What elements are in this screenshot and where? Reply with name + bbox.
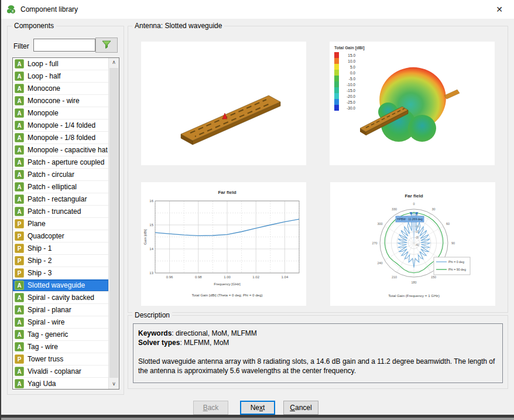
svg-text:-15.0: -15.0 (347, 88, 355, 93)
list-item-spiral-cavity-backed[interactable]: ASpiral - cavity backed (13, 292, 109, 304)
list-item-patch-circular[interactable]: APatch - circular (13, 169, 109, 181)
list-item-patch-elliptical[interactable]: APatch - elliptical (13, 181, 109, 193)
farfield-frequency-chart: 0.960.981.001.021.0413141516Far fieldFre… (141, 182, 306, 306)
next-button[interactable]: Next (240, 401, 275, 415)
svg-text:150: 150 (431, 275, 436, 279)
list-item-label: Monopole - 1/4 folded (28, 121, 95, 129)
filter-label: Filter (13, 42, 29, 50)
list-item-monopole-1-4-folded[interactable]: AMonopole - 1/4 folded (13, 119, 109, 132)
list-item-monopole[interactable]: AMonopole (13, 107, 109, 119)
list-item-slotted-waveguide[interactable]: ASlotted waveguide (13, 279, 109, 292)
scrollbar-thumb[interactable] (109, 68, 118, 378)
list-item-label: Spiral - cavity backed (28, 293, 94, 302)
description-groupbox: Description Keywords: directional, MoM, … (128, 315, 508, 389)
svg-text:210: 210 (392, 275, 397, 279)
list-scrollbar[interactable]: ∧ ∨ (108, 58, 119, 389)
description-groupbox-label: Description (132, 311, 172, 319)
component-library-dialog: c Component library ✕ Components Filter (1, 0, 514, 415)
list-item-monopole-1-8-folded[interactable]: AMonopole - 1/8 folded (13, 132, 109, 144)
list-item-vivaldi-coplanar[interactable]: AVivaldi - coplanar (13, 366, 109, 378)
platform-badge-icon: P (15, 219, 24, 228)
svg-text:c: c (12, 9, 14, 13)
list-item-label: Slotted waveguide (28, 281, 85, 289)
list-item-loop-half[interactable]: ALoop - half (13, 70, 109, 83)
preview-groupbox: Antenna: Slotted waveguide Total Gain [d… (128, 26, 508, 313)
antenna-badge-icon: A (15, 379, 24, 388)
window-title: Component library (20, 5, 78, 13)
list-item-ship-1[interactable]: PShip - 1 (13, 243, 109, 255)
svg-text:14: 14 (149, 247, 153, 251)
list-item-monocone-wire[interactable]: AMonocone - wire (13, 95, 109, 107)
scroll-down-icon[interactable]: ∨ (109, 380, 119, 389)
antenna-badge-icon: A (15, 71, 24, 81)
list-item-tag-wire[interactable]: ATag - wire (13, 341, 109, 353)
list-item-monopole-capacitive-hat[interactable]: AMonopole - capacitive hat (13, 144, 109, 156)
list-item-label: Loop - half (28, 72, 61, 80)
antenna-badge-icon: A (15, 145, 24, 155)
list-item-patch-rectangular[interactable]: APatch - rectangular (13, 193, 109, 206)
antenna-badge-icon: A (15, 342, 24, 351)
svg-text:Total Gain (Frequency = 1 GHz): Total Gain (Frequency = 1 GHz) (388, 293, 440, 298)
list-item-ship-2[interactable]: PShip - 2 (13, 255, 109, 267)
description-body: Slotted waveguide antenna array with 8 r… (138, 357, 498, 375)
component-list: ALoop - fullALoop - halfAMonoconeAMonoco… (12, 57, 119, 390)
svg-text:Far field: Far field (218, 190, 236, 195)
svg-text:90: 90 (451, 241, 455, 245)
svg-text:5.0: 5.0 (350, 65, 355, 69)
svg-text:-30.0: -30.0 (347, 106, 355, 110)
filter-input[interactable] (33, 39, 95, 52)
list-item-quadcopter[interactable]: PQuadcopter (13, 230, 109, 243)
list-item-loop-full[interactable]: ALoop - full (13, 58, 109, 70)
svg-text:-20.0: -20.0 (347, 94, 355, 98)
titlebar: c Component library ✕ (1, 0, 514, 19)
antenna-badge-icon: A (15, 133, 24, 142)
list-item-tower-truss[interactable]: PTower truss (13, 353, 109, 366)
svg-text:15.0: 15.0 (348, 53, 355, 57)
svg-text:1.02: 1.02 (252, 275, 259, 279)
list-item-label: Quadcopter (28, 232, 64, 240)
cadfeko-app-icon: c (6, 5, 16, 14)
list-item-ship-3[interactable]: PShip - 3 (13, 267, 109, 279)
list-item-plane[interactable]: PPlane (13, 218, 109, 230)
antenna-badge-icon: A (15, 121, 24, 130)
list-item-label: Tower truss (28, 355, 63, 363)
background-window-edge-bottom (0, 415, 514, 418)
list-item-spiral-planar[interactable]: ASpiral - planar (13, 304, 109, 316)
antenna-badge-icon: A (15, 84, 24, 93)
svg-text:15: 15 (149, 223, 153, 227)
list-item-label: Loop - full (28, 60, 59, 68)
close-icon[interactable]: ✕ (493, 4, 506, 15)
antenna-badge-icon: A (15, 330, 24, 339)
list-item-monocone[interactable]: AMonocone (13, 83, 109, 95)
description-text-box: Keywords: directional, MoM, MLFMM Solver… (133, 323, 503, 383)
platform-badge-icon: P (15, 268, 24, 278)
cancel-button[interactable]: Cancel (283, 401, 318, 415)
svg-text:Phi = 0 deg: Phi = 0 deg (448, 260, 464, 264)
svg-text:180: 180 (411, 281, 416, 284)
platform-badge-icon: P (15, 231, 24, 241)
list-item-label: Patch - aperture coupled (28, 158, 104, 166)
platform-badge-icon: P (15, 244, 24, 253)
list-item-label: Patch - circular (28, 170, 74, 179)
list-item-label: Spiral - planar (28, 306, 71, 314)
farfield-polar-chart: 0306090120150180210240270300330100-10-20… (330, 182, 495, 306)
svg-text:0: 0 (413, 202, 414, 206)
svg-text:1.04: 1.04 (282, 275, 289, 279)
back-button[interactable]: Back (193, 401, 228, 415)
list-item-patch-aperture-coupled[interactable]: APatch - aperture coupled (13, 156, 109, 169)
antenna-badge-icon: A (15, 317, 24, 327)
list-item-yagi-uda[interactable]: AYagi Uda (13, 378, 109, 390)
svg-text:Frequency [GHz]: Frequency [GHz] (214, 282, 241, 286)
filter-funnel-icon (101, 39, 112, 52)
list-item-label: Monopole - 1/8 folded (28, 134, 95, 142)
list-item-tag-generic[interactable]: ATag - generic (13, 329, 109, 341)
antenna-badge-icon: A (15, 305, 24, 315)
antenna-badge-icon: A (15, 281, 24, 290)
list-item-label: Ship - 3 (28, 269, 52, 277)
antenna-badge-icon: A (15, 170, 24, 179)
scroll-up-icon[interactable]: ∧ (109, 58, 119, 67)
list-item-patch-truncated[interactable]: APatch - truncated (13, 206, 109, 218)
antenna-badge-icon: A (15, 182, 24, 192)
filter-button[interactable] (95, 37, 118, 53)
list-item-spiral-wire[interactable]: ASpiral - wire (13, 316, 109, 329)
